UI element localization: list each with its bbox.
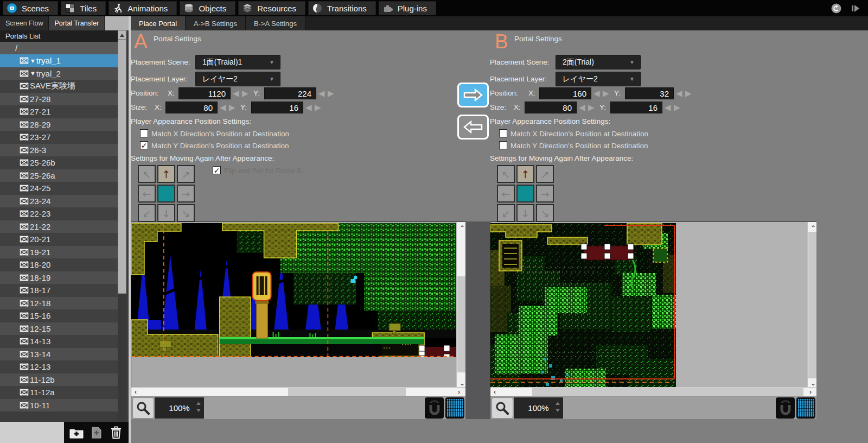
dpad-down-left-button[interactable]: ↙ [138, 204, 156, 222]
menu-animations[interactable]: Animations [108, 1, 177, 15]
dpad-up-left-button[interactable]: ↖ [138, 165, 156, 183]
zoom-spinner[interactable] [556, 402, 560, 412]
position-x-decrement[interactable]: ◀ [233, 87, 239, 99]
portal-a-marker[interactable] [422, 347, 457, 357]
scene-b-viewport[interactable] [490, 222, 808, 387]
copy-a-to-b-button[interactable] [457, 83, 489, 107]
magnifier-icon[interactable] [492, 397, 513, 419]
add-folder-icon[interactable] [69, 425, 84, 440]
zoom-level-field-a[interactable]: 100% [155, 397, 204, 419]
position-y-field-a[interactable]: 224 [264, 87, 316, 99]
portal-list-item[interactable]: 11-12a [0, 386, 118, 399]
portal-list-item[interactable]: 10-11 [0, 399, 118, 412]
size-x-decrement[interactable]: ◀ [220, 102, 226, 113]
portal-list-item[interactable]: 15-16 [0, 309, 118, 322]
portal-list-item[interactable]: 28-29 [0, 118, 118, 131]
portal-list-item[interactable]: 18-20 [0, 258, 118, 271]
dpad-up-left-button[interactable]: ↖ [497, 165, 515, 183]
placement-layer-dropdown-b[interactable]: レイヤー2 ▼ [556, 72, 641, 86]
scene-a-vertical-scrollbar[interactable]: ⌃ ⌄ [456, 222, 465, 387]
size-x-field-b[interactable]: 80 [525, 102, 577, 113]
dpad-up-button[interactable]: ↑ [516, 165, 534, 183]
menu-tiles[interactable]: Tiles [61, 1, 106, 15]
portal-list-item[interactable]: 25-26a [0, 169, 118, 182]
menu-scenes[interactable]: Scenes [3, 1, 58, 15]
position-x-increment[interactable]: ▶ [603, 87, 609, 99]
scene-b-vertical-scrollbar[interactable]: ⌃ ⌄ [807, 222, 816, 387]
portal-list-item[interactable]: 24-25 [0, 182, 118, 195]
portal-list-root[interactable]: / [0, 42, 118, 54]
dpad-down-left-button[interactable]: ↙ [497, 204, 515, 222]
dpad-up-right-button[interactable]: ↗ [177, 165, 195, 183]
position-x-field-a[interactable]: 1120 [178, 87, 231, 99]
portal-list-item[interactable]: ▼tryal_1 [0, 54, 118, 67]
scene-b-horizontal-scrollbar[interactable]: ‹ › [490, 387, 816, 396]
placement-scene-dropdown-a[interactable]: 1面(Traial)1 ▼ [195, 55, 280, 69]
match-y-checkbox-a[interactable]: ✓ [140, 141, 148, 149]
dpad-down-button[interactable]: ↓ [157, 204, 175, 222]
match-x-checkbox-b[interactable] [499, 129, 507, 137]
dpad-down-right-button[interactable]: ↘ [536, 204, 554, 222]
scroll-thumb[interactable] [532, 388, 803, 396]
portal-list-item[interactable]: 12-13 [0, 360, 118, 374]
tab-portal-transfer[interactable]: Portal Transfer [49, 16, 105, 30]
portal-list-item[interactable]: 22-23 [0, 207, 118, 220]
dpad-up-right-button[interactable]: ↗ [536, 165, 554, 183]
tab-place-portal[interactable]: Place Portal [131, 16, 186, 30]
scroll-thumb[interactable] [457, 276, 465, 372]
size-y-decrement[interactable]: ◀ [305, 102, 312, 113]
size-y-increment[interactable]: ▶ [315, 102, 321, 113]
menu-resources[interactable]: Resources [238, 1, 305, 15]
step-forward-icon[interactable] [851, 4, 860, 13]
delete-icon[interactable] [108, 425, 124, 440]
size-y-field-b[interactable]: 16 [610, 102, 662, 113]
dpad-right-button[interactable]: → [536, 185, 554, 202]
position-x-field-b[interactable]: 160 [539, 87, 591, 99]
sidebar-scrollbar[interactable] [118, 30, 126, 439]
dpad-up-button[interactable]: ↑ [157, 165, 175, 183]
portal-list-item[interactable]: 12-18 [0, 297, 118, 310]
position-y-field-b[interactable]: 32 [625, 87, 674, 99]
add-item-icon[interactable] [89, 425, 104, 440]
position-x-increment[interactable]: ▶ [242, 87, 248, 99]
position-y-increment[interactable]: ▶ [328, 87, 334, 99]
portal-list-item[interactable]: 18-19 [0, 271, 118, 284]
match-x-checkbox-a[interactable] [140, 129, 148, 137]
dpad-down-button[interactable]: ↓ [516, 204, 534, 222]
size-x-field-a[interactable]: 80 [165, 102, 218, 113]
portal-list-item[interactable]: 27-21 [0, 105, 118, 118]
tab-b-to-a-settings[interactable]: B->A Settings [246, 16, 305, 30]
dpad-center-button[interactable] [516, 185, 534, 202]
portal-list-item[interactable]: 14-13 [0, 335, 118, 348]
portal-list-item[interactable]: 27-28 [0, 93, 118, 106]
scene-a-viewport[interactable] [131, 222, 457, 387]
tab-a-to-b-settings[interactable]: A->B Settings [186, 16, 246, 30]
dpad-down-right-button[interactable]: ↘ [177, 204, 195, 222]
scroll-thumb[interactable] [808, 232, 816, 378]
position-y-decrement[interactable]: ◀ [676, 87, 682, 99]
dpad-right-button[interactable]: → [177, 185, 195, 202]
grid-toggle-icon[interactable] [796, 397, 815, 419]
portal-list-item[interactable]: SAVE実験場 [0, 80, 118, 93]
snap-magnet-icon[interactable] [776, 397, 795, 419]
flip-checkbox[interactable]: ✓ [213, 166, 221, 174]
portal-list-item[interactable]: 19-21 [0, 246, 118, 259]
size-x-increment[interactable]: ▶ [588, 102, 595, 113]
scene-a-horizontal-scrollbar[interactable]: ‹ › [131, 387, 465, 396]
position-y-decrement[interactable]: ◀ [318, 87, 325, 99]
size-x-decrement[interactable]: ◀ [579, 102, 585, 113]
dpad-left-button[interactable]: ← [138, 185, 156, 202]
size-y-decrement[interactable]: ◀ [665, 102, 671, 113]
portal-list-item[interactable]: 26-3 [0, 144, 118, 157]
size-x-increment[interactable]: ▶ [229, 102, 235, 113]
tab-screen-flow[interactable]: Screen Flow [0, 16, 49, 30]
portal-list-item[interactable]: 20-21 [0, 233, 118, 246]
portal-list-item[interactable]: 11-12b [0, 374, 118, 387]
portal-list-item[interactable]: 21-22 [0, 220, 118, 233]
copy-b-to-a-button[interactable] [457, 115, 489, 140]
magnifier-icon[interactable] [132, 397, 154, 419]
portal-list-item[interactable]: 13-14 [0, 348, 118, 361]
position-y-increment[interactable]: ▶ [685, 87, 692, 99]
portal-list-item[interactable]: 25-26b [0, 156, 118, 169]
snap-magnet-icon[interactable] [425, 397, 444, 419]
